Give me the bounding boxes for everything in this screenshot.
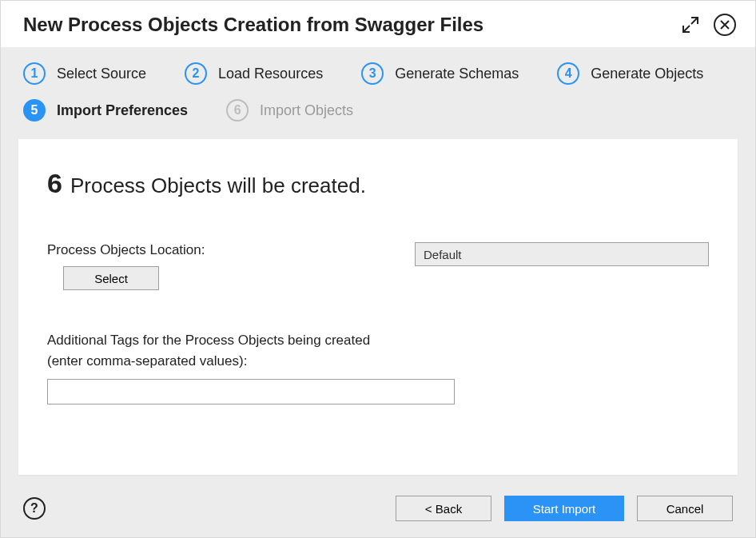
step-label: Generate Objects [591, 66, 703, 82]
step-import-objects: 6 Import Objects [226, 99, 353, 122]
location-row: Process Objects Location: Select Default [47, 242, 709, 290]
select-location-button[interactable]: Select [63, 266, 159, 290]
dialog-new-process-objects: New Process Objects Creation from Swagge… [0, 0, 756, 538]
step-number: 3 [361, 62, 384, 85]
location-value: Default [415, 242, 709, 266]
tags-label-line1: Additional Tags for the Process Objects … [47, 333, 370, 348]
cancel-button[interactable]: Cancel [637, 496, 733, 521]
step-label: Generate Schemas [395, 66, 519, 82]
step-label: Import Objects [260, 102, 353, 119]
content-panel: 6 Process Objects will be created. Proce… [18, 139, 738, 475]
tags-label: Additional Tags for the Process Objects … [47, 330, 709, 371]
close-button[interactable] [714, 14, 736, 36]
wizard-steps: 1 Select Source 2 Load Resources 3 Gener… [4, 48, 752, 131]
tags-input[interactable] [47, 379, 455, 404]
step-generate-objects[interactable]: 4 Generate Objects [557, 62, 703, 85]
object-count: 6 [47, 168, 62, 199]
location-value-text: Default [424, 248, 462, 261]
step-import-preferences[interactable]: 5 Import Preferences [23, 99, 188, 122]
step-label: Load Resources [218, 66, 323, 82]
step-number: 5 [23, 99, 46, 122]
footer: ? < Back Start Import Cancel [4, 484, 752, 537]
step-number: 1 [23, 62, 46, 85]
step-select-source[interactable]: 1 Select Source [23, 62, 146, 85]
step-label: Import Preferences [57, 102, 188, 119]
step-label: Select Source [57, 66, 146, 82]
location-label: Process Objects Location: [47, 242, 415, 258]
dialog-title: New Process Objects Creation from Swagge… [23, 14, 682, 36]
step-number: 6 [226, 99, 249, 122]
tags-label-line2: (enter comma-separated values): [47, 353, 247, 369]
help-icon: ? [30, 501, 38, 516]
step-generate-schemas[interactable]: 3 Generate Schemas [361, 62, 519, 85]
start-import-button[interactable]: Start Import [504, 496, 624, 521]
step-number: 4 [557, 62, 579, 85]
help-button[interactable]: ? [23, 497, 46, 520]
dialog-body: 1 Select Source 2 Load Resources 3 Gener… [1, 48, 755, 537]
location-left: Process Objects Location: Select [47, 242, 415, 290]
tags-section: Additional Tags for the Process Objects … [47, 330, 709, 404]
summary-heading: 6 Process Objects will be created. [47, 168, 709, 199]
back-button[interactable]: < Back [396, 496, 491, 521]
expand-icon[interactable] [682, 16, 699, 34]
step-number: 2 [185, 62, 207, 85]
step-load-resources[interactable]: 2 Load Resources [185, 62, 323, 85]
summary-text: Process Objects will be created. [70, 173, 366, 198]
titlebar: New Process Objects Creation from Swagge… [1, 1, 755, 48]
